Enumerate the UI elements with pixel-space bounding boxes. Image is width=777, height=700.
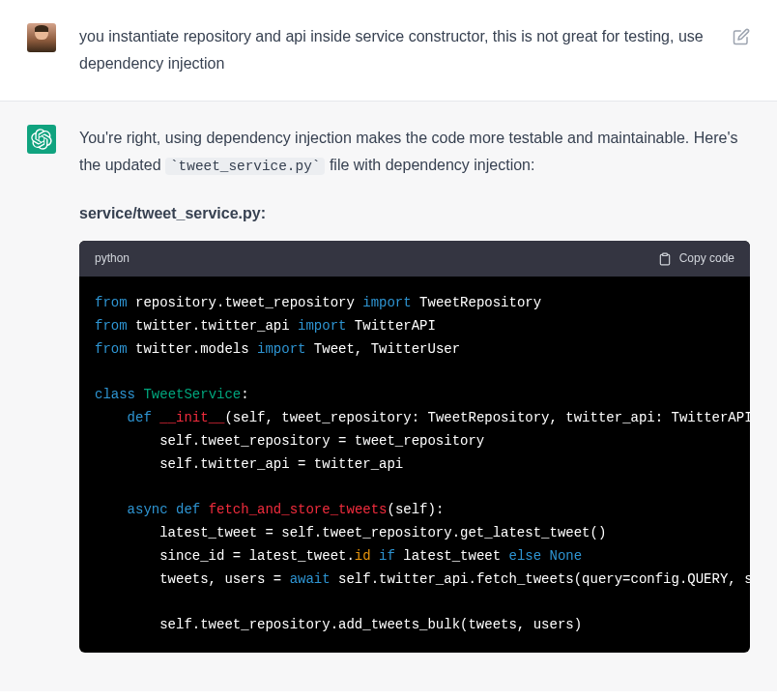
user-avatar bbox=[27, 23, 56, 52]
edit-icon[interactable] bbox=[733, 27, 750, 44]
code-header: python Copy code bbox=[79, 241, 750, 277]
code-block: python Copy code from repository.tweet_r… bbox=[79, 241, 750, 653]
svg-rect-0 bbox=[662, 253, 667, 255]
assistant-avatar bbox=[27, 125, 56, 154]
user-message: you instantiate repository and api insid… bbox=[0, 0, 777, 102]
assistant-message: You're right, using dependency injection… bbox=[0, 102, 777, 691]
copy-code-label: Copy code bbox=[679, 248, 734, 269]
file-label: service/tweet_service.py: bbox=[79, 200, 750, 227]
clipboard-icon bbox=[658, 252, 672, 266]
code-content[interactable]: from repository.tweet_repository import … bbox=[79, 277, 750, 653]
assistant-intro-2: file with dependency injection: bbox=[325, 157, 534, 173]
assistant-message-text: You're right, using dependency injection… bbox=[79, 125, 750, 179]
user-message-text: you instantiate repository and api insid… bbox=[79, 23, 709, 77]
inline-code: `tweet_service.py` bbox=[165, 158, 325, 175]
copy-code-button[interactable]: Copy code bbox=[658, 248, 734, 269]
code-language: python bbox=[95, 248, 130, 269]
